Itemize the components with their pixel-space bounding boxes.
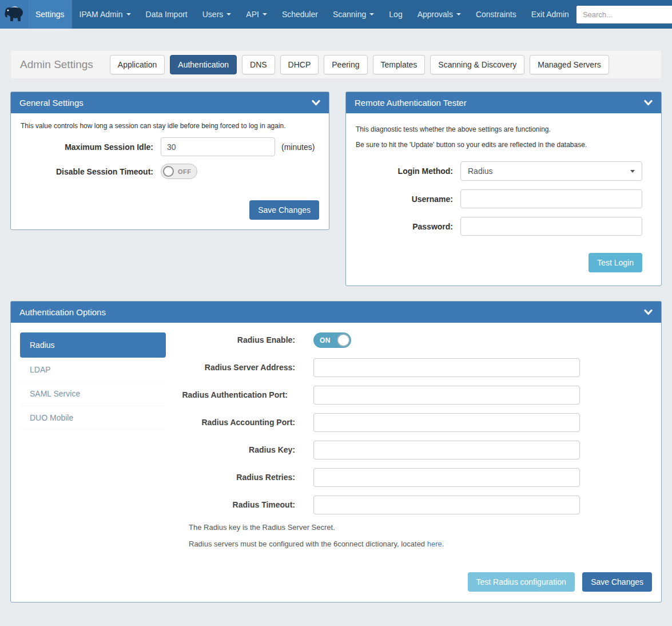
radius-dictionary-note: Radius servers must be configured with t… xyxy=(189,540,652,548)
toggle-knob xyxy=(337,334,350,347)
toggle-knob xyxy=(163,166,174,177)
radius-settings-form: Radius Enable: ON Radius Server Address:… xyxy=(182,332,652,592)
caret-down-icon xyxy=(226,13,231,15)
radius-save-button[interactable]: Save Changes xyxy=(582,572,652,592)
nav-item-label: Log xyxy=(389,10,402,19)
test-login-button[interactable]: Test Login xyxy=(589,253,642,272)
admin-settings-bar: Admin Settings Application Authenticatio… xyxy=(10,50,662,79)
nav-item-data-import[interactable]: Data Import xyxy=(138,0,195,29)
nav-item-exit-admin[interactable]: Exit Admin xyxy=(524,0,576,29)
panel-title: Authentication Options xyxy=(19,307,106,317)
page-title: Admin Settings xyxy=(20,58,93,71)
login-method-select[interactable]: Radius xyxy=(460,161,642,181)
tab-dhcp[interactable]: DHCP xyxy=(280,55,319,74)
sidebar-item-duo-mobile[interactable]: DUO Mobile xyxy=(20,406,166,430)
general-save-button[interactable]: Save Changes xyxy=(249,200,319,220)
radius-accounting-port-input[interactable] xyxy=(313,413,580,432)
tab-managed-servers[interactable]: Managed Servers xyxy=(530,55,609,74)
sidebar-item-saml-service[interactable]: SAML Service xyxy=(20,382,166,406)
username-label: Username: xyxy=(356,195,460,204)
nav-item-approvals[interactable]: Approvals xyxy=(410,0,468,29)
radius-auth-port-input[interactable] xyxy=(313,386,580,405)
radius-accounting-port-label: Radius Accounting Port: xyxy=(182,417,295,429)
note-text: Radius servers must be configured with t… xyxy=(189,540,427,548)
password-label: Password: xyxy=(356,222,460,231)
panel-title: Remote Authentication Tester xyxy=(355,98,467,108)
general-settings-header: General Settings xyxy=(11,92,329,113)
sidebar-item-radius[interactable]: Radius xyxy=(20,332,166,358)
tester-description-1: This diagnostic tests whether the above … xyxy=(356,125,651,133)
select-caret-icon xyxy=(630,170,635,173)
nav-item-constraints[interactable]: Constraints xyxy=(468,0,524,29)
username-input[interactable] xyxy=(460,189,642,208)
radius-server-address-input[interactable] xyxy=(313,358,580,377)
radius-server-address-label: Radius Server Address: xyxy=(182,362,295,374)
nav-item-label: Scheduler xyxy=(282,10,318,19)
nav-item-label: Data Import xyxy=(146,10,188,19)
radius-retries-input[interactable] xyxy=(313,468,580,487)
search-group xyxy=(576,6,672,23)
nav-item-log[interactable]: Log xyxy=(381,0,409,29)
toggle-state-label: OFF xyxy=(178,168,192,175)
radius-enable-toggle[interactable]: ON xyxy=(313,332,351,348)
nav-item-scanning[interactable]: Scanning xyxy=(325,0,381,29)
nav-item-label: API xyxy=(246,10,259,19)
sidebar-item-ldap[interactable]: LDAP xyxy=(20,358,166,382)
caret-down-icon xyxy=(456,13,461,15)
radius-timeout-label: Radius Timeout: xyxy=(182,500,295,511)
radius-timeout-input[interactable] xyxy=(313,496,580,514)
general-settings-panel: General Settings This value controls how… xyxy=(10,92,329,230)
nav-item-label: Approvals xyxy=(417,10,453,19)
nav-item-settings[interactable]: Settings xyxy=(28,0,72,29)
authentication-options-header: Authentication Options xyxy=(11,302,661,323)
tester-description-2: Be sure to hit the 'Update' button so yo… xyxy=(356,141,651,149)
chevron-down-icon[interactable] xyxy=(644,100,653,106)
navbar-right xyxy=(576,0,672,29)
nav-item-label: IPAM Admin xyxy=(79,10,123,19)
nav-item-label: Scanning xyxy=(333,10,366,19)
radius-auth-port-label: Radius Authentication Port: xyxy=(182,390,288,401)
note-text: . xyxy=(442,540,444,548)
tab-dns[interactable]: DNS xyxy=(242,55,275,74)
test-radius-configuration-button[interactable]: Test Radius configuration xyxy=(468,572,575,592)
tab-application[interactable]: Application xyxy=(110,55,165,74)
session-idle-input[interactable] xyxy=(161,137,275,156)
nav-item-label: Exit Admin xyxy=(531,10,569,19)
login-method-label: Login Method: xyxy=(356,167,460,176)
radius-key-input[interactable] xyxy=(313,441,580,459)
remote-auth-tester-panel: Remote Authentication Tester This diagno… xyxy=(345,92,662,286)
password-input[interactable] xyxy=(460,217,642,236)
caret-down-icon xyxy=(263,13,267,15)
remote-auth-tester-header: Remote Authentication Tester xyxy=(346,92,661,113)
tab-templates[interactable]: Templates xyxy=(373,55,426,74)
radius-retries-label: Radius Retries: xyxy=(182,472,295,484)
disable-timeout-label: Disable Session Timeout: xyxy=(21,167,161,176)
top-navbar: Settings IPAM Admin Data Import Users AP… xyxy=(0,0,672,29)
nav-item-label: Constraints xyxy=(476,10,516,19)
disable-timeout-toggle[interactable]: OFF xyxy=(161,164,197,179)
session-idle-label: Maximum Session Idle: xyxy=(21,142,161,152)
search-input[interactable] xyxy=(576,6,672,23)
radius-enable-label: Radius Enable: xyxy=(182,335,295,346)
chevron-down-icon[interactable] xyxy=(644,309,653,315)
nav-item-label: Settings xyxy=(35,10,65,19)
tab-peering[interactable]: Peering xyxy=(324,55,367,74)
nav-item-api[interactable]: API xyxy=(238,0,275,29)
dictionary-here-link[interactable]: here xyxy=(427,540,442,548)
login-method-value: Radius xyxy=(468,167,493,176)
panel-title: General Settings xyxy=(19,98,83,108)
toggle-state-label: ON xyxy=(320,336,331,344)
chevron-down-icon[interactable] xyxy=(312,100,320,106)
elephant-logo-icon xyxy=(3,4,25,25)
tab-scanning-discovery[interactable]: Scanning & Discovery xyxy=(430,55,524,74)
caret-down-icon xyxy=(126,13,131,15)
nav-item-ipam-admin[interactable]: IPAM Admin xyxy=(72,0,138,29)
app-logo[interactable] xyxy=(0,0,28,29)
nav-item-label: Users xyxy=(202,10,224,19)
nav-item-scheduler[interactable]: Scheduler xyxy=(275,0,325,29)
tab-authentication[interactable]: Authentication xyxy=(170,55,237,74)
session-idle-unit: (minutes) xyxy=(281,142,315,152)
authentication-options-panel: Authentication Options Radius LDAP SAML … xyxy=(10,301,662,603)
radius-key-note: The Radius key is the Radius Server Secr… xyxy=(189,523,652,532)
nav-item-users[interactable]: Users xyxy=(195,0,239,29)
